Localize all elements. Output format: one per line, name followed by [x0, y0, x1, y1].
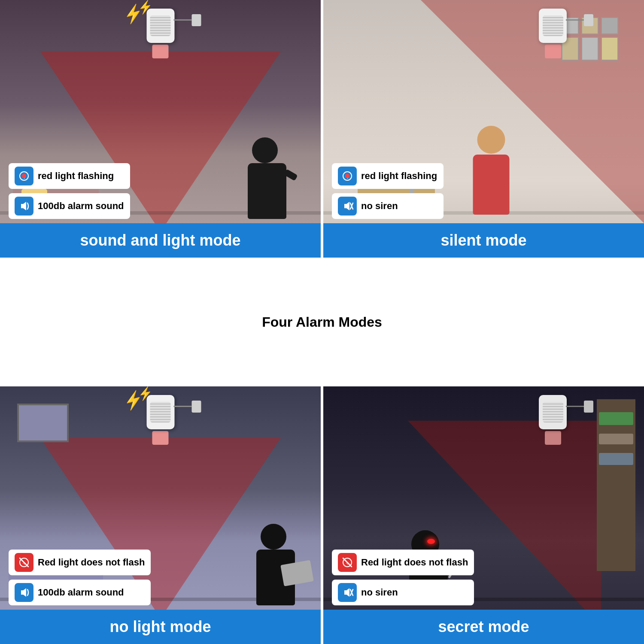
- burglar-1: [248, 137, 286, 219]
- shelf-item-1: [599, 412, 633, 425]
- shelf-item-3: [599, 453, 633, 465]
- sensor-3: [152, 431, 169, 445]
- badges-1: red light flashing 100db alarm sound: [9, 163, 130, 219]
- badge-light-text-3: Red light does not flash: [38, 557, 145, 568]
- device-speaker-4: [543, 402, 563, 422]
- mode-bar-4: secret mode: [323, 610, 644, 644]
- alarm-flash-icon-1: [15, 167, 33, 185]
- person-body-2: [473, 155, 509, 215]
- laptop-3: [280, 560, 314, 586]
- alarm-sound-icon-1: [15, 197, 33, 216]
- badge-sound-text-2: no siren: [361, 200, 398, 212]
- badge-light-3: Red light does not flash: [9, 550, 151, 575]
- mode-bar-1: sound and light mode: [0, 223, 321, 258]
- burglar-arm-1: [283, 169, 298, 181]
- mode-label-3: no light mode: [110, 618, 211, 636]
- badge-light-text-4: Red light does not flash: [361, 557, 468, 568]
- badge-light-2: red light flashing: [332, 163, 444, 189]
- mode-label-4: secret mode: [438, 618, 529, 636]
- badges-4: Red light does not flash no siren: [332, 550, 474, 605]
- plug-2: [584, 14, 593, 26]
- shelf-4: [597, 399, 635, 571]
- mode-bar-3: no light mode: [0, 610, 321, 644]
- no-sound-icon-4: [338, 583, 357, 602]
- shelf-item-2: [599, 434, 633, 444]
- badge-light-text-1: red light flashing: [38, 170, 114, 182]
- burglar-head-3: [261, 524, 286, 550]
- device-4: [539, 395, 567, 445]
- device-body-2: [539, 9, 567, 43]
- bottom-row: ⚡ ⚡: [0, 386, 644, 644]
- badge-sound-text-4: no siren: [361, 587, 398, 598]
- mode-label-2: silent mode: [440, 231, 526, 249]
- badge-sound-4: no siren: [332, 580, 474, 605]
- badge-light-1: red light flashing: [9, 163, 130, 189]
- badge-sound-1: 100db alarm sound: [9, 193, 130, 219]
- wire-4: [566, 406, 584, 407]
- wall-pic-3: [17, 404, 69, 442]
- sensor-1: [152, 45, 169, 58]
- wire-1: [173, 19, 191, 21]
- badge-light-text-2: red light flashing: [361, 170, 437, 182]
- mode-label-1: sound and light mode: [80, 231, 241, 249]
- no-flash-icon-3: [15, 553, 33, 572]
- device-body-1: [146, 9, 174, 43]
- sensor-2: [545, 45, 561, 58]
- page-title: Four Alarm Modes: [262, 314, 382, 330]
- device-body-3: [146, 395, 174, 429]
- panel-no-light: ⚡ ⚡: [0, 386, 321, 644]
- plug-4: [584, 401, 593, 413]
- panel-silent: red light flashing no siren silent mode: [323, 0, 644, 258]
- svg-point-1: [22, 174, 26, 178]
- panel-secret: Red light does not flash no siren secret: [323, 386, 644, 644]
- svg-point-3: [345, 174, 349, 178]
- wire-2: [566, 19, 584, 21]
- alarm-flash-icon-2: [338, 167, 357, 185]
- badges-3: Red light does not flash 100db alarm sou…: [9, 550, 151, 605]
- device-body-4: [539, 395, 567, 429]
- no-flash-icon-4: [338, 553, 357, 572]
- red-eye-4: [427, 539, 435, 544]
- panel-sound-light: ⚡ ⚡: [0, 0, 321, 258]
- alarm-sound-icon-3: [15, 583, 33, 602]
- badge-sound-text-3: 100db alarm sound: [38, 587, 124, 598]
- burglar-body-1: [248, 163, 286, 219]
- device-speaker-1: [150, 15, 171, 36]
- badge-light-4: Red light does not flash: [332, 550, 474, 575]
- title-section: Four Alarm Modes: [0, 258, 644, 386]
- burglar-3: [256, 524, 295, 605]
- burglar-body-3: [256, 550, 295, 605]
- no-sound-icon-2: [338, 197, 357, 216]
- plug-3: [191, 401, 201, 413]
- main-container: ⚡ ⚡: [0, 0, 644, 644]
- burglar-head-1: [252, 137, 278, 163]
- badges-2: red light flashing no siren: [332, 163, 444, 219]
- top-row: ⚡ ⚡: [0, 0, 644, 258]
- device-1: ⚡ ⚡: [146, 9, 174, 58]
- plug-1: [191, 14, 201, 26]
- person-head-2: [477, 126, 505, 154]
- badge-sound-text-1: 100db alarm sound: [38, 200, 124, 212]
- sensor-4: [545, 431, 561, 445]
- wire-3: [173, 406, 191, 407]
- device-speaker-3: [150, 402, 171, 422]
- person-2: [473, 126, 509, 215]
- device-2: [539, 9, 567, 58]
- mode-bar-2: silent mode: [323, 223, 644, 258]
- badge-sound-3: 100db alarm sound: [9, 580, 151, 605]
- device-3: ⚡ ⚡: [146, 395, 174, 445]
- badge-sound-2: no siren: [332, 193, 444, 219]
- device-speaker-2: [543, 15, 563, 36]
